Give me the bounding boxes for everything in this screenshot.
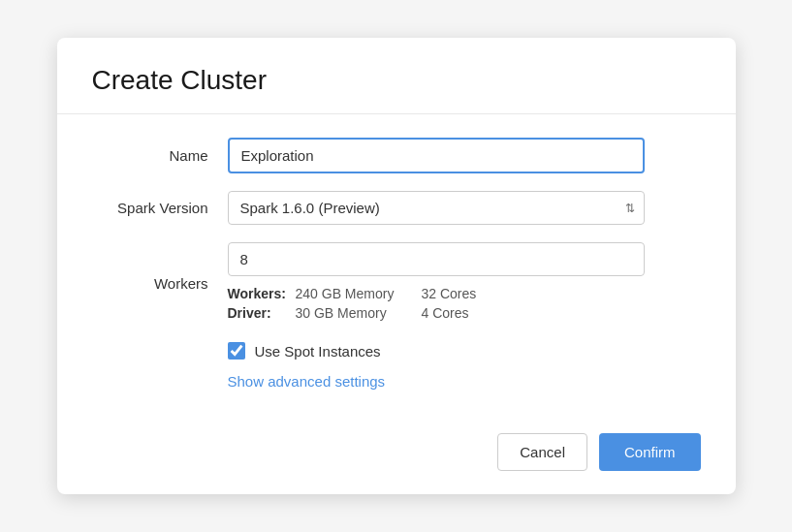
- driver-memory-row: Driver: 30 GB Memory 4 Cores: [228, 305, 701, 321]
- workers-memory-value: 240 GB Memory: [296, 286, 422, 301]
- worker-info: Workers: 240 GB Memory 32 Cores Driver: …: [228, 286, 701, 321]
- driver-cores-value: 4 Cores: [422, 305, 469, 321]
- driver-label: Driver:: [228, 305, 296, 321]
- dialog-header: Create Cluster: [57, 38, 736, 114]
- workers-input-wrapper: Workers: 240 GB Memory 32 Cores Driver: …: [228, 242, 701, 325]
- workers-memory-row: Workers: 240 GB Memory 32 Cores: [228, 286, 701, 301]
- workers-input[interactable]: [228, 242, 645, 276]
- advanced-settings-row: Show advanced settings: [228, 373, 701, 391]
- create-cluster-dialog: Create Cluster Name Spark Version Spark …: [57, 38, 736, 494]
- show-advanced-settings-link[interactable]: Show advanced settings: [228, 373, 386, 390]
- dialog-body: Name Spark Version Spark 1.6.0 (Preview)…: [57, 114, 736, 420]
- spot-instances-label: Use Spot Instances: [255, 343, 381, 360]
- spot-instances-row: Use Spot Instances: [228, 342, 701, 360]
- workers-cores-value: 32 Cores: [422, 286, 477, 301]
- spark-version-row: Spark Version Spark 1.6.0 (Preview) Spar…: [92, 191, 701, 225]
- driver-memory-value: 30 GB Memory: [296, 305, 422, 321]
- name-input-wrapper: [228, 138, 701, 173]
- name-row: Name: [92, 138, 701, 173]
- spark-version-select-wrapper: Spark 1.6.0 (Preview) Spark 1.5.0 Spark …: [228, 191, 645, 225]
- spark-version-select[interactable]: Spark 1.6.0 (Preview) Spark 1.5.0 Spark …: [228, 191, 645, 225]
- workers-label: Workers: [92, 275, 228, 292]
- dialog-title: Create Cluster: [92, 65, 701, 96]
- workers-row: Workers Workers: 240 GB Memory 32 Cores …: [92, 242, 701, 325]
- spark-version-wrapper: Spark 1.6.0 (Preview) Spark 1.5.0 Spark …: [228, 191, 701, 225]
- cancel-button[interactable]: Cancel: [497, 433, 587, 471]
- spot-instances-checkbox[interactable]: [228, 342, 245, 360]
- name-label: Name: [92, 147, 228, 164]
- name-input[interactable]: [228, 138, 645, 173]
- dialog-footer: Cancel Confirm: [57, 420, 736, 494]
- spark-version-label: Spark Version: [92, 200, 228, 216]
- confirm-button[interactable]: Confirm: [599, 433, 701, 471]
- workers-memory-label: Workers:: [228, 286, 296, 301]
